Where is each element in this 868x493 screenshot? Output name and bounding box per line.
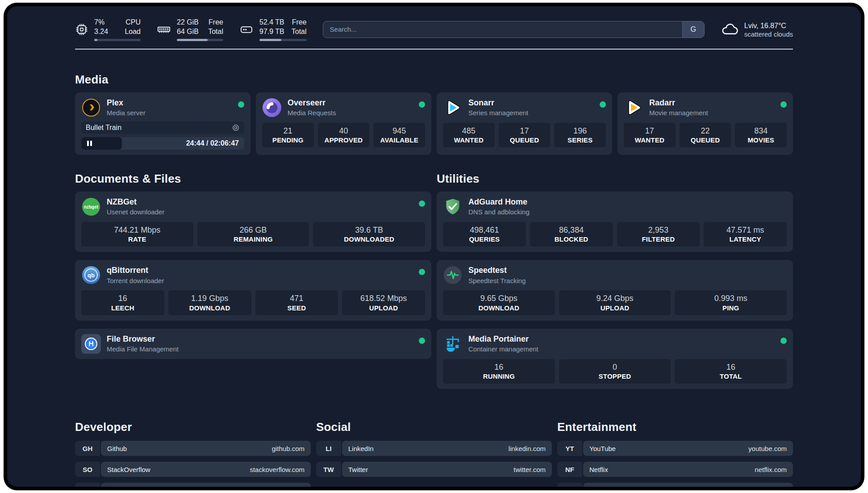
cpu-progress-bar — [94, 39, 141, 41]
link-abbr: YT — [557, 441, 582, 456]
link-abbr: LI — [316, 441, 341, 456]
ram-icon — [157, 22, 171, 37]
stat-tile: 485WANTED — [443, 123, 495, 148]
app-name: Media Portainer — [468, 334, 538, 344]
disk-free-label: Free — [292, 18, 307, 27]
link-abbr: DT — [75, 483, 100, 487]
section-title-utilities: Utilities — [437, 172, 793, 186]
app-card-sonarr[interactable]: Sonarr Series management 485WANTED 17QUE… — [437, 92, 612, 155]
stat-tile: 834MOVIES — [735, 123, 787, 148]
link-github[interactable]: GH Githubgithub.com — [75, 441, 311, 456]
player-settings-icon[interactable] — [232, 124, 240, 132]
link-youtube[interactable]: YT YouTubeyoutube.com — [557, 441, 793, 456]
app-desc: Usenet downloader — [107, 208, 164, 216]
link-twitter[interactable]: TW Twittertwitter.com — [316, 462, 552, 477]
stat-tile: 40APPROVED — [318, 123, 370, 148]
portainer-icon — [443, 334, 463, 354]
link-url: twitter.com — [513, 466, 546, 473]
speedtest-icon — [443, 265, 463, 285]
link-url: youtube.com — [748, 445, 787, 452]
link-abbr: SO — [75, 462, 100, 477]
svg-text:nzbget: nzbget — [84, 204, 99, 209]
app-card-plex[interactable]: Plex Media server Bullet Train 24:44 / 0… — [75, 92, 250, 155]
link-url: netflix.com — [755, 466, 787, 473]
cpu-usage-label: CPU — [125, 18, 141, 27]
app-card-qbittorrent[interactable]: qb qBittorrent Torrent downloader 16LEEC… — [75, 260, 431, 321]
stat-tile: 0STOPPED — [559, 359, 671, 384]
disk-stat: 52.4 TB 97.9 TB Free Total — [239, 18, 307, 41]
online-status-dot — [600, 101, 606, 108]
link-abbr: GH — [75, 441, 100, 456]
player-progress-bar[interactable]: 24:44 / 02:06:47 — [81, 137, 244, 150]
app-name: File Browser — [107, 334, 179, 344]
stat-tile: 744.21 MbpsRATE — [81, 222, 193, 247]
link-stackoverflow[interactable]: SO StackOverflowstackoverflow.com — [75, 462, 311, 477]
stat-tile: 266 GBREMAINING — [197, 222, 309, 247]
pause-button[interactable] — [81, 137, 122, 150]
app-card-portainer[interactable]: Media Portainer Container management 16R… — [437, 329, 793, 389]
now-playing-title: Bullet Train — [86, 124, 232, 132]
stat-tile: 17WANTED — [624, 123, 676, 148]
section-title-entertainment: Entertainment — [557, 420, 793, 434]
app-name: Speedtest — [468, 266, 526, 276]
ram-progress-bar — [177, 39, 223, 41]
filebrowser-icon — [81, 334, 101, 354]
app-card-adguard[interactable]: AdGuard Home DNS and adblocking 498,461Q… — [437, 192, 793, 252]
section-title-media: Media — [75, 73, 793, 87]
app-name: Plex — [107, 98, 146, 108]
link-url: stackoverflow.com — [250, 466, 305, 473]
app-card-filebrowser[interactable]: File Browser Media File Management — [75, 329, 431, 359]
dashboard: 7% 3.24 CPU Load — [7, 6, 861, 487]
app-name: qBittorrent — [107, 266, 164, 276]
search-input[interactable] — [323, 25, 682, 33]
disk-total-label: Total — [292, 27, 307, 37]
app-card-speedtest[interactable]: Speedtest Speedtest Tracking 9.65 GbpsDO… — [437, 260, 793, 321]
stat-tile: 47.571 msLATENCY — [704, 222, 787, 247]
stat-tile: 498,461QUERIES — [443, 222, 526, 247]
weather-condition: scattered clouds — [744, 30, 793, 38]
app-desc: Torrent downloader — [107, 277, 164, 284]
link-reddit[interactable]: RE Redditreddit.com — [557, 483, 793, 487]
cpu-stat: 7% 3.24 CPU Load — [75, 18, 141, 41]
online-status-dot — [780, 101, 787, 108]
app-card-radarr[interactable]: Radarr Movie management 17WANTED 22QUEUE… — [618, 92, 793, 155]
search-engine-button[interactable]: G — [682, 21, 704, 38]
sonarr-icon — [443, 98, 463, 117]
adguard-icon — [443, 197, 463, 217]
online-status-dot — [419, 338, 425, 344]
stat-tile: 17QUEUED — [499, 123, 551, 148]
online-status-dot — [419, 269, 425, 275]
developer-column: Developer GH Githubgithub.com SO StackOv… — [75, 420, 311, 487]
online-status-dot — [238, 101, 244, 108]
app-card-nzbget[interactable]: nzbget NZBGet Usenet downloader 744.21 M… — [75, 192, 431, 252]
link-linkedin[interactable]: LI LinkedInlinkedin.com — [316, 441, 552, 456]
link-name: LinkedIn — [348, 445, 509, 452]
disk-free-value: 52.4 TB — [259, 18, 284, 27]
ram-free-value: 22 GiB — [177, 18, 199, 27]
memory-stat: 22 GiB 64 GiB Free Total — [157, 18, 223, 41]
app-desc: Series management — [468, 109, 528, 117]
link-netflix[interactable]: NF Netflixnetflix.com — [557, 462, 793, 477]
utilities-column: Utilities AdGuard Home DNS and adblockin… — [437, 172, 793, 389]
section-title-social: Social — [316, 420, 552, 434]
window-frame: 7% 3.24 CPU Load — [4, 3, 864, 490]
link-abbr: NF — [557, 462, 582, 477]
link-name: Github — [107, 445, 272, 452]
link-dev[interactable]: DT DEVdev.to — [75, 483, 311, 487]
stat-tile: 2,953FILTERED — [617, 222, 700, 247]
cpu-load-value: 3.24 — [94, 27, 108, 37]
app-desc: Media File Management — [107, 345, 179, 353]
app-name: AdGuard Home — [468, 197, 530, 207]
svg-text:qb: qb — [88, 272, 95, 279]
stat-tile: 22QUEUED — [680, 123, 731, 148]
cloud-icon — [721, 21, 739, 38]
entertainment-column: Entertainment YT YouTubeyoutube.com NF N… — [557, 420, 793, 487]
disk-total-value: 97.9 TB — [259, 27, 284, 37]
documents-column: Documents & Files nzbget NZBGet Usenet d… — [75, 172, 431, 389]
cpu-usage-value: 7% — [94, 18, 108, 27]
stat-tile: 1.19 GbpsDOWNLOAD — [168, 290, 251, 315]
app-card-overseerr[interactable]: Overseerr Media Requests 21PENDING 40APP… — [256, 92, 431, 155]
stat-tile: 86,384BLOCKED — [530, 222, 613, 247]
online-status-dot — [419, 101, 425, 108]
weather-location-temp: Lviv, 16.87°C — [744, 21, 793, 31]
